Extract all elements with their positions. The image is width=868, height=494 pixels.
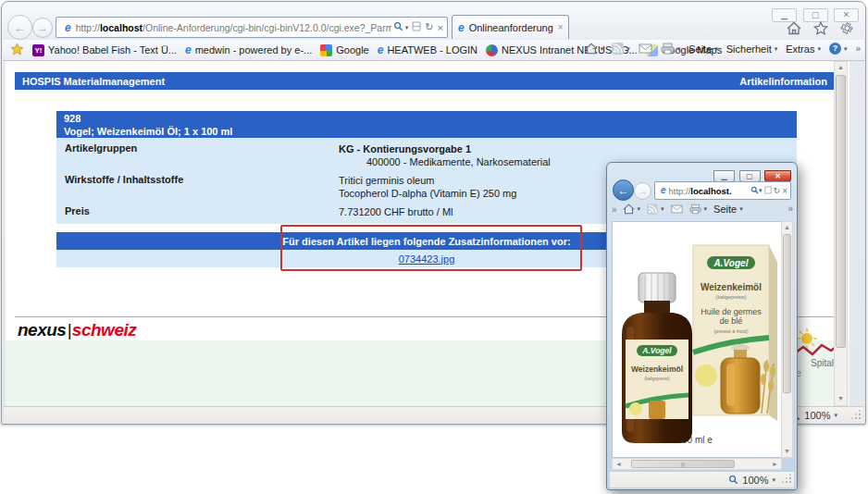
stop-icon[interactable]: × — [782, 186, 787, 196]
back-button[interactable]: ← — [7, 15, 32, 40]
svg-text:de blé: de blé — [720, 316, 743, 326]
scroll-up-icon[interactable]: ▲ — [835, 62, 847, 74]
chevron-down-icon: ▾ — [817, 45, 821, 53]
overflow-chevron-icon[interactable]: » — [612, 204, 616, 215]
popup-zoom-control[interactable]: 100% ▾ — [728, 475, 775, 486]
help-icon: ? — [829, 43, 841, 55]
rss-icon — [647, 204, 658, 215]
print-menu[interactable]: ▾ — [689, 204, 708, 215]
svg-text:A.Vogel: A.Vogel — [713, 258, 749, 268]
favorites-star-icon[interactable] — [813, 21, 828, 39]
search-icon[interactable] — [750, 186, 759, 196]
maximize-button[interactable]: ▢ — [803, 8, 828, 22]
article-number: 928 — [64, 112, 789, 125]
url-text: http://localhost/Online-Anforderung/cgi-… — [76, 22, 391, 33]
popup-command-bar: » ▾ ▾ ▾ Seite▾ — [612, 204, 743, 215]
globe-icon — [486, 44, 498, 56]
rss-menu[interactable]: ▾ — [612, 43, 630, 55]
stop-icon[interactable]: × — [438, 22, 443, 33]
app-header-bar: HOSPIS Materialmanagement Artikelinforma… — [15, 72, 835, 90]
tab-close-icon[interactable]: × — [558, 22, 564, 32]
tab-onlineanforderung[interactable]: e Onlineanforderung × — [452, 15, 569, 39]
read-mail-menu[interactable] — [639, 43, 652, 54]
svg-text:(kaltgepresst): (kaltgepresst) — [644, 377, 670, 381]
home-icon[interactable] — [787, 21, 801, 39]
gear-icon[interactable] — [840, 21, 854, 39]
minimize-button[interactable]: ▁ — [772, 8, 797, 22]
popup-window-controls: ▁ ▢ ✕ — [713, 166, 791, 182]
chevron-down-icon: ▾ — [834, 412, 837, 419]
chevron-down-icon: ▾ — [638, 205, 641, 213]
scroll-up-icon[interactable]: ▲ — [782, 222, 792, 233]
browser-window-popup: ▁ ▢ ✕ ← → e http://localhost. ▾ ↻ × » ▾ … — [606, 162, 798, 490]
resize-grip[interactable] — [853, 412, 863, 422]
popup-forward-button[interactable]: → — [634, 182, 651, 200]
refresh-icon[interactable]: ↻ — [774, 186, 781, 195]
seite-menu[interactable]: Seite▾ — [688, 43, 718, 55]
scrollbar-thumb[interactable] — [836, 75, 846, 348]
seite-menu[interactable]: Seite▾ — [713, 204, 743, 215]
compatibility-view-icon[interactable] — [764, 186, 772, 196]
overflow-chevron-icon[interactable]: » — [787, 204, 792, 214]
chevron-down-icon: ▾ — [601, 45, 604, 53]
popup-vertical-scrollbar[interactable]: ▲ ▼ — [781, 221, 793, 458]
favorite-heatweb[interactable]: eHEATWEB - LOGIN — [378, 44, 477, 56]
help-menu[interactable]: ?▾ — [829, 43, 848, 55]
scroll-down-icon[interactable]: ▼ — [835, 393, 847, 404]
chevron-down-icon: ▾ — [661, 205, 664, 213]
chevron-down-icon: ▾ — [775, 45, 778, 53]
annotation-box — [280, 225, 582, 271]
overflow-chevron-icon[interactable]: » — [855, 43, 860, 54]
add-favorite-star-icon[interactable] — [10, 43, 24, 57]
rss-icon — [612, 43, 624, 55]
sicherheit-menu[interactable]: Sicherheit▾ — [726, 43, 777, 55]
popup-horizontal-scrollbar[interactable]: ◄ ||| ► — [612, 458, 782, 470]
read-mail-menu[interactable] — [671, 204, 683, 214]
chevron-down-icon: ▾ — [626, 45, 630, 53]
resize-grip[interactable] — [784, 475, 794, 486]
chevron-down-icon: ▾ — [677, 45, 681, 53]
command-bar: ▾ ▾ ▾ Seite▾ Sicherheit▾ Extras▾ ?▾ » — [585, 43, 860, 55]
address-dropdown-icon[interactable]: ▾ — [405, 24, 409, 31]
address-bar[interactable]: e http://localhost/Online-Anforderung/cg… — [56, 17, 448, 38]
product-image: A.Vogel Weizenkeimöl (kaltgepresst) Huil… — [614, 223, 782, 456]
popup-status-bar: 100% ▾ — [610, 471, 794, 488]
forward-button[interactable]: → — [32, 18, 53, 38]
popup-back-button[interactable]: ← — [613, 179, 634, 201]
extras-menu[interactable]: Extras▾ — [786, 43, 821, 55]
address-dropdown-icon[interactable]: ▾ — [759, 187, 763, 194]
scrollbar-thumb[interactable]: ||| — [631, 460, 735, 468]
compatibility-view-icon[interactable] — [412, 21, 421, 33]
scroll-down-icon[interactable]: ▼ — [782, 446, 792, 456]
svg-text:A.Vogel: A.Vogel — [641, 346, 672, 355]
close-button[interactable]: ✕ — [834, 8, 859, 22]
ie-page-icon: e — [185, 44, 192, 56]
favorite-medwin[interactable]: emedwin - powered by e-... — [185, 44, 312, 56]
rss-menu[interactable]: ▾ — [647, 204, 664, 215]
favorite-google[interactable]: Google — [320, 44, 368, 56]
zoom-magnifier-icon — [728, 475, 738, 485]
app-title: HOSPIS Materialmanagement — [22, 76, 165, 87]
svg-text:Weizenkeimöl: Weizenkeimöl — [631, 364, 683, 374]
scroll-left-icon[interactable]: ◄ — [614, 459, 624, 470]
search-icon[interactable] — [393, 21, 403, 33]
print-menu[interactable]: ▾ — [661, 43, 681, 55]
home-menu[interactable]: ▾ — [623, 204, 641, 215]
google-icon — [320, 44, 332, 56]
article-header: 928 Vogel; Weizenkeimöl Öl; 1 x 100 ml — [56, 111, 797, 138]
yahoo-icon: Y! — [32, 44, 44, 56]
favorite-yahoo-babelfish[interactable]: Y!Yahoo! Babel Fish - Text Ü... — [32, 44, 177, 56]
scrollbar-thumb[interactable] — [783, 234, 791, 393]
popup-address-bar[interactable]: e http://localhost. ▾ ↻ × — [654, 181, 791, 200]
svg-text:(kaltgepresst): (kaltgepresst) — [715, 294, 746, 300]
chevron-down-icon: ▾ — [844, 45, 848, 53]
vertical-scrollbar[interactable]: ▲ ▼ — [834, 61, 848, 406]
svg-text:(pressé à froid): (pressé à froid) — [714, 328, 749, 334]
ie-icon: e — [65, 22, 71, 33]
view-title: Artikelinformation — [739, 76, 827, 87]
refresh-icon[interactable]: ↻ — [425, 21, 433, 33]
popup-url-text: http://localhost. — [669, 186, 751, 196]
scroll-right-icon[interactable]: ► — [770, 459, 780, 470]
svg-text:Spital: Spital — [811, 358, 834, 368]
home-menu[interactable]: ▾ — [585, 43, 604, 55]
